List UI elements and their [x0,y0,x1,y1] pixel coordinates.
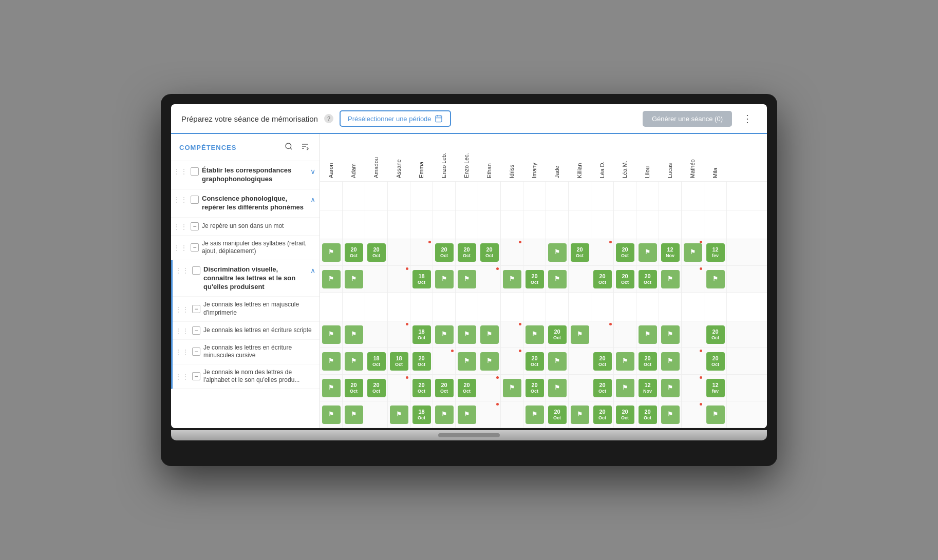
date-card[interactable]: 20Oct [435,243,454,262]
grid-cell[interactable]: ⚑ [569,321,591,347]
grid-cell[interactable] [501,239,523,265]
grid-cell[interactable] [569,348,591,374]
grid-cell[interactable]: ⚑ [433,401,456,428]
flag-card[interactable]: ⚑ [390,405,408,424]
grid-cell[interactable]: ⚑ [456,266,478,292]
sort-button[interactable] [299,141,311,153]
grid-cell[interactable]: ⚑ [433,266,456,292]
group-header-2[interactable]: ⋮⋮ Conscience phonologique, repérer les … [171,189,320,217]
flag-card[interactable]: ⚑ [548,379,567,397]
grid-cell[interactable]: 20Oct [546,321,569,347]
flag-card[interactable]: ⚑ [322,325,341,344]
skill-item-2[interactable]: ⋮⋮ Je sais manipuler des syllabes (retra… [171,235,320,260]
grid-cell[interactable] [569,266,591,292]
grid-cell[interactable]: 20Oct [569,239,591,265]
flag-card[interactable]: ⚑ [322,379,341,397]
grid-cell[interactable] [365,266,388,292]
collapse-icon[interactable] [192,305,200,313]
date-card[interactable]: 20Oct [706,352,725,371]
grid-cell[interactable] [501,321,523,347]
flag-card[interactable]: ⚑ [322,405,341,424]
date-card[interactable]: 12fev [706,379,725,397]
grid-cell[interactable]: ⚑ [704,401,727,428]
grid-cell[interactable]: ⚑ [343,348,365,374]
search-button[interactable] [283,141,295,153]
date-card[interactable]: 20Oct [480,243,499,262]
flag-card[interactable]: ⚑ [345,405,363,424]
chevron-up-icon[interactable]: ∧ [310,266,315,275]
flag-card[interactable]: ⚑ [322,270,341,288]
flag-card[interactable]: ⚑ [503,379,521,397]
date-card[interactable]: 20Oct [412,352,431,371]
grid-cell[interactable]: 12fev [704,239,727,265]
collapse-icon[interactable] [192,372,200,380]
grid-cell[interactable]: 20Oct [614,239,636,265]
grid-cell[interactable]: ⚑ [320,266,343,292]
grid-cell[interactable]: ⚑ [343,401,365,428]
flag-card[interactable]: ⚑ [503,270,521,288]
flag-card[interactable]: ⚑ [435,325,454,344]
grid-cell[interactable]: ⚑ [546,348,569,374]
flag-card[interactable]: ⚑ [661,270,680,288]
group-checkbox-1[interactable] [191,167,199,176]
grid-cell[interactable]: 20Oct [591,348,614,374]
grid-cell[interactable]: 20Oct [546,401,569,428]
grid-cell[interactable]: ⚑ [456,401,478,428]
date-card[interactable]: 20Oct [706,325,725,344]
grid-cell[interactable] [501,348,523,374]
grid-cell[interactable]: ⚑ [320,239,343,265]
grid-cell[interactable]: ⚑ [456,321,478,347]
date-card[interactable]: 20Oct [412,379,431,397]
grid-cell[interactable]: 12fev [704,375,727,401]
collapse-icon[interactable] [191,243,199,252]
flag-card[interactable]: ⚑ [345,352,363,371]
grid-cell[interactable] [478,375,501,401]
date-card[interactable]: 20Oct [593,352,612,371]
grid-cell[interactable]: ⚑ [659,348,682,374]
grid-cell[interactable]: ⚑ [320,321,343,347]
date-card[interactable]: 20Oct [639,270,657,288]
grid-cell[interactable]: 20Oct [410,375,433,401]
skill-item-1[interactable]: ⋮⋮ Je repère un son dans un mot [171,217,320,235]
chevron-down-icon[interactable]: ∨ [310,167,315,176]
flag-card[interactable]: ⚑ [684,243,702,262]
grid-cell[interactable] [365,401,388,428]
grid-cell[interactable]: ⚑ [636,239,659,265]
grid-cell[interactable]: 18Oct [365,348,388,374]
grid-cell[interactable]: ⚑ [614,375,636,401]
flag-card[interactable]: ⚑ [706,270,725,288]
grid-cell[interactable]: ⚑ [343,266,365,292]
grid-cell[interactable]: ⚑ [320,348,343,374]
flag-card[interactable]: ⚑ [661,405,680,424]
flag-card[interactable]: ⚑ [706,405,725,424]
grid-cell[interactable]: 20Oct [410,348,433,374]
grid-cell[interactable] [591,321,614,347]
grid-cell[interactable]: 20Oct [343,239,365,265]
flag-card[interactable]: ⚑ [571,325,589,344]
grid-cell[interactable]: 20Oct [523,348,546,374]
grid-cell[interactable] [682,375,704,401]
grid-cell[interactable]: ⚑ [523,401,546,428]
date-card[interactable]: 18Oct [412,325,431,344]
grid-cell[interactable]: ⚑ [388,401,410,428]
chevron-up-icon[interactable]: ∧ [310,196,315,204]
skill-item-5[interactable]: ⋮⋮ Je connais les lettres en écriture mi… [173,339,320,364]
flag-card[interactable]: ⚑ [345,270,363,288]
date-card[interactable]: 20Oct [345,243,363,262]
date-card[interactable]: 20Oct [616,405,634,424]
date-card[interactable]: 20Oct [593,405,612,424]
date-card[interactable]: 20Oct [548,325,567,344]
date-card[interactable]: 20Oct [345,379,363,397]
date-card[interactable]: 20Oct [571,243,589,262]
flag-card[interactable]: ⚑ [435,405,454,424]
skill-item-4[interactable]: ⋮⋮ Je connais les lettres en écriture sc… [173,321,320,339]
grid-cell[interactable]: 20Oct [614,266,636,292]
grid-cell[interactable] [433,348,456,374]
grid-cell[interactable]: ⚑ [501,266,523,292]
grid-cell[interactable]: 18Oct [410,401,433,428]
grid-cell[interactable] [682,348,704,374]
flag-card[interactable]: ⚑ [548,270,567,288]
grid-cell[interactable]: ⚑ [569,401,591,428]
flag-card[interactable]: ⚑ [616,352,634,371]
date-card[interactable]: 20Oct [526,270,544,288]
